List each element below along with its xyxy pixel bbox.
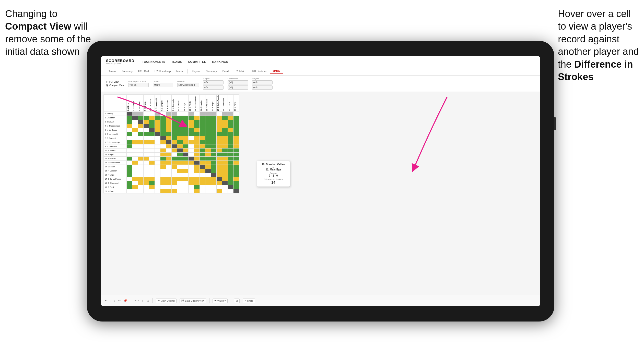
cell-14-7[interactable] bbox=[166, 169, 172, 173]
clock-icon[interactable]: ⏱ bbox=[147, 299, 149, 302]
conference-select2[interactable]: (All) bbox=[228, 85, 248, 90]
cell-11-16[interactable] bbox=[217, 157, 222, 161]
cell-19-5[interactable] bbox=[155, 189, 160, 193]
cell-5-0[interactable] bbox=[127, 132, 132, 136]
cell-0-6[interactable] bbox=[160, 112, 166, 116]
cell-12-4[interactable] bbox=[149, 161, 155, 165]
cell-2-1[interactable] bbox=[132, 120, 138, 124]
cell-8-4[interactable] bbox=[149, 144, 155, 149]
cell-12-11[interactable] bbox=[189, 161, 194, 165]
cell-9-8[interactable] bbox=[172, 149, 177, 153]
cell-15-16[interactable] bbox=[217, 173, 222, 177]
cell-8-5[interactable] bbox=[155, 144, 160, 149]
cell-18-14[interactable] bbox=[205, 185, 211, 189]
cell-19-12[interactable] bbox=[194, 189, 200, 193]
cell-0-5[interactable] bbox=[155, 112, 160, 116]
cell-5-17[interactable] bbox=[222, 132, 228, 136]
cell-2-0[interactable] bbox=[127, 120, 132, 124]
cell-10-14[interactable] bbox=[205, 153, 211, 157]
cell-7-15[interactable] bbox=[211, 140, 217, 144]
cell-4-13[interactable] bbox=[200, 128, 205, 132]
cell-14-13[interactable] bbox=[200, 169, 205, 173]
cell-16-12[interactable] bbox=[194, 177, 200, 181]
cell-6-8[interactable] bbox=[172, 136, 177, 140]
nav-teams[interactable]: TEAMS bbox=[171, 60, 182, 64]
cell-3-5[interactable] bbox=[155, 124, 160, 128]
cell-9-1[interactable] bbox=[132, 149, 138, 153]
cell-4-14[interactable] bbox=[205, 128, 211, 132]
cell-9-16[interactable] bbox=[217, 149, 222, 153]
cell-4-15[interactable] bbox=[211, 128, 217, 132]
cell-9-15[interactable] bbox=[211, 149, 217, 153]
cell-17-19[interactable] bbox=[233, 181, 239, 185]
cell-18-19[interactable] bbox=[233, 185, 239, 189]
cell-1-15[interactable] bbox=[211, 116, 217, 120]
cell-3-12[interactable] bbox=[194, 124, 200, 128]
cell-8-18[interactable] bbox=[228, 144, 233, 149]
cell-19-17[interactable] bbox=[222, 189, 228, 193]
cell-3-7[interactable] bbox=[166, 124, 172, 128]
cell-9-18[interactable] bbox=[228, 149, 233, 153]
cell-10-12[interactable] bbox=[194, 153, 200, 157]
cell-0-0[interactable] bbox=[127, 112, 132, 116]
cell-16-6[interactable] bbox=[160, 177, 166, 181]
redo-icon[interactable]: ↪ bbox=[118, 299, 121, 302]
cell-14-12[interactable] bbox=[194, 169, 200, 173]
cell-7-13[interactable] bbox=[200, 140, 205, 144]
cell-2-9[interactable] bbox=[177, 120, 183, 124]
cell-19-1[interactable] bbox=[132, 189, 138, 193]
cell-10-19[interactable] bbox=[233, 153, 239, 157]
region-select[interactable]: N/A bbox=[203, 80, 224, 84]
cell-14-18[interactable] bbox=[228, 169, 233, 173]
cell-6-12[interactable] bbox=[194, 136, 200, 140]
cell-0-15[interactable] bbox=[211, 112, 217, 116]
cell-19-19[interactable] bbox=[233, 189, 239, 193]
cell-2-4[interactable] bbox=[149, 120, 155, 124]
tab-h2h-heatmap2[interactable]: H2H Heatmap bbox=[248, 69, 270, 74]
cell-7-6[interactable] bbox=[160, 140, 166, 144]
cell-8-9[interactable] bbox=[177, 144, 183, 149]
cell-3-18[interactable] bbox=[228, 124, 233, 128]
cell-17-16[interactable] bbox=[217, 181, 222, 185]
cell-14-1[interactable] bbox=[132, 169, 138, 173]
cell-16-3[interactable] bbox=[144, 177, 149, 181]
cell-16-5[interactable] bbox=[155, 177, 160, 181]
cell-6-18[interactable] bbox=[228, 136, 233, 140]
cell-18-18[interactable] bbox=[228, 185, 233, 189]
gender-select[interactable]: Men's bbox=[153, 83, 173, 87]
cell-15-10[interactable] bbox=[183, 173, 189, 177]
cell-12-3[interactable] bbox=[144, 161, 149, 165]
cell-1-19[interactable] bbox=[233, 116, 239, 120]
cell-17-0[interactable] bbox=[127, 181, 132, 185]
cell-3-16[interactable] bbox=[217, 124, 222, 128]
cell-4-7[interactable] bbox=[166, 128, 172, 132]
cell-3-9[interactable] bbox=[177, 124, 183, 128]
cell-11-5[interactable] bbox=[155, 157, 160, 161]
cell-3-17[interactable] bbox=[222, 124, 228, 128]
cell-3-0[interactable] bbox=[127, 124, 132, 128]
cell-11-4[interactable] bbox=[149, 157, 155, 161]
cell-0-8[interactable] bbox=[172, 112, 177, 116]
cell-13-9[interactable] bbox=[177, 165, 183, 169]
cell-17-1[interactable] bbox=[132, 181, 138, 185]
cell-2-3[interactable] bbox=[144, 120, 149, 124]
save-custom-btn[interactable]: 💾 Save Custom View bbox=[180, 299, 206, 303]
cell-15-4[interactable] bbox=[149, 173, 155, 177]
cell-14-17[interactable] bbox=[222, 169, 228, 173]
cell-13-16[interactable] bbox=[217, 165, 222, 169]
cell-18-17[interactable] bbox=[222, 185, 228, 189]
conference-select[interactable]: (All) bbox=[228, 80, 248, 84]
cell-0-7[interactable] bbox=[166, 112, 172, 116]
cell-13-8[interactable] bbox=[172, 165, 177, 169]
cell-19-4[interactable] bbox=[149, 189, 155, 193]
cell-16-19[interactable] bbox=[233, 177, 239, 181]
cell-17-13[interactable] bbox=[200, 181, 205, 185]
grid-btn[interactable]: ⊞ bbox=[234, 299, 240, 303]
cell-5-19[interactable] bbox=[233, 132, 239, 136]
cell-10-13[interactable] bbox=[200, 153, 205, 157]
cell-17-11[interactable] bbox=[189, 181, 194, 185]
cell-8-17[interactable] bbox=[222, 144, 228, 149]
cell-1-7[interactable] bbox=[166, 116, 172, 120]
cell-13-6[interactable] bbox=[160, 165, 166, 169]
cell-7-7[interactable] bbox=[166, 140, 172, 144]
